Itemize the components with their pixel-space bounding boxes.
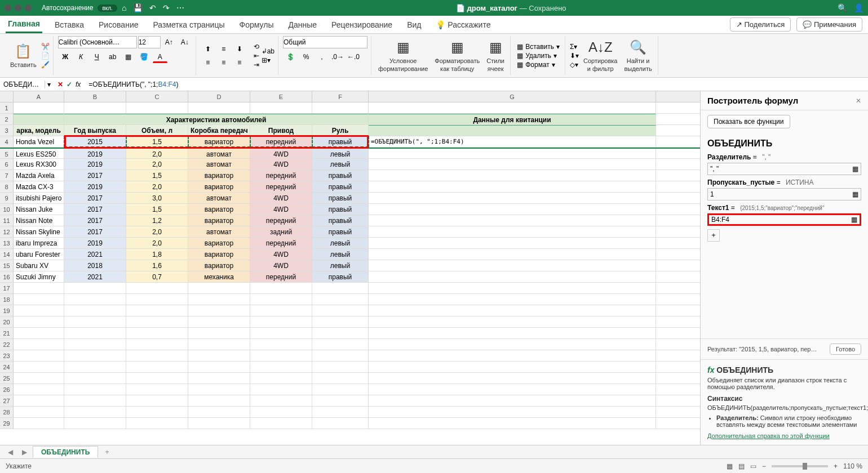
- cell[interactable]: 2017: [64, 193, 126, 203]
- align-left-icon[interactable]: ≡: [201, 56, 215, 69]
- cell[interactable]: 1,5: [126, 136, 188, 147]
- col-header-f[interactable]: F: [312, 91, 369, 102]
- cell[interactable]: 2,0: [126, 226, 188, 237]
- cell[interactable]: Mazda CX-3: [14, 181, 64, 192]
- cell[interactable]: левый: [312, 260, 369, 271]
- cell[interactable]: [250, 350, 312, 361]
- cell[interactable]: [126, 362, 188, 372]
- merge-button[interactable]: ⊞▾: [262, 56, 274, 64]
- redo-icon[interactable]: ↷: [163, 3, 170, 12]
- cell[interactable]: [188, 316, 250, 327]
- cell[interactable]: [369, 260, 656, 271]
- cell[interactable]: 2018: [64, 260, 126, 271]
- cell[interactable]: [14, 283, 64, 293]
- cell[interactable]: [369, 395, 656, 406]
- range-picker-icon[interactable]: ▦: [852, 165, 858, 173]
- range-picker-icon[interactable]: ▦: [852, 190, 858, 198]
- comma-icon[interactable]: ,: [315, 51, 329, 63]
- cell[interactable]: правый: [312, 193, 369, 203]
- row-header[interactable]: 18: [0, 294, 14, 305]
- cell[interactable]: 1,8: [126, 249, 188, 260]
- arg1-input[interactable]: ", "▦: [707, 163, 861, 175]
- row-header[interactable]: 29: [0, 418, 14, 429]
- cell[interactable]: вариатор: [188, 215, 250, 226]
- row-header[interactable]: 26: [0, 384, 14, 395]
- cell[interactable]: 2015: [64, 136, 126, 147]
- cell[interactable]: [369, 215, 656, 226]
- row-header[interactable]: 1: [0, 102, 14, 113]
- cell[interactable]: левый: [312, 149, 369, 158]
- italic-button[interactable]: К: [74, 51, 88, 63]
- cell[interactable]: левый: [312, 249, 369, 260]
- cell[interactable]: вариатор: [188, 170, 250, 181]
- cell[interactable]: [369, 350, 656, 361]
- maximize-dot[interactable]: [25, 5, 32, 11]
- view-normal-icon[interactable]: ▦: [727, 462, 733, 470]
- tab-review[interactable]: Рецензирование: [329, 17, 395, 33]
- help-link[interactable]: Дополнительная справка по этой функции: [707, 432, 861, 439]
- window-controls[interactable]: [5, 5, 32, 11]
- find-select-button[interactable]: 🔍Найти и выделить: [622, 37, 654, 73]
- sort-filter-button[interactable]: A↓ZСортировка и фильтр: [581, 37, 619, 73]
- col-header-b[interactable]: B: [64, 91, 126, 102]
- row-header[interactable]: 5: [0, 149, 14, 158]
- cell[interactable]: правый: [312, 204, 369, 215]
- cell[interactable]: автомат: [188, 149, 250, 158]
- cell[interactable]: [14, 102, 64, 113]
- cell[interactable]: [369, 102, 656, 113]
- cell[interactable]: левый: [312, 238, 369, 248]
- cell[interactable]: [14, 294, 64, 305]
- cell[interactable]: [312, 305, 369, 316]
- cell[interactable]: 4WD: [250, 159, 312, 169]
- cell[interactable]: [369, 193, 656, 203]
- bold-button[interactable]: Ж: [58, 51, 73, 63]
- show-all-functions-button[interactable]: Показать все функции: [707, 115, 790, 128]
- cell[interactable]: автомат: [188, 226, 250, 237]
- cell[interactable]: [188, 102, 250, 113]
- done-button[interactable]: Готово: [830, 343, 861, 355]
- row-header[interactable]: 20: [0, 316, 14, 327]
- cancel-formula-icon[interactable]: ✕: [57, 81, 63, 88]
- cell[interactable]: правый: [312, 170, 369, 181]
- cell[interactable]: [64, 362, 126, 372]
- cell[interactable]: 4WD: [250, 260, 312, 271]
- row-header[interactable]: 11: [0, 215, 14, 226]
- cell[interactable]: [14, 373, 64, 383]
- cell[interactable]: [369, 149, 656, 158]
- cell[interactable]: 2021: [64, 271, 126, 282]
- cell[interactable]: 2,0: [126, 238, 188, 248]
- cell[interactable]: [64, 407, 126, 417]
- cell[interactable]: [250, 305, 312, 316]
- cell[interactable]: [369, 339, 656, 350]
- cell[interactable]: правый: [312, 215, 369, 226]
- cell[interactable]: [369, 418, 656, 429]
- cell[interactable]: [369, 159, 656, 169]
- cell[interactable]: правый: [312, 181, 369, 192]
- cell[interactable]: [312, 294, 369, 305]
- cell[interactable]: [312, 362, 369, 372]
- cell[interactable]: [126, 339, 188, 350]
- cell[interactable]: [250, 316, 312, 327]
- cell[interactable]: вариатор: [188, 204, 250, 215]
- cell[interactable]: Suzuki Jimny: [14, 271, 64, 282]
- cell[interactable]: левый: [312, 159, 369, 169]
- row-header[interactable]: 27: [0, 395, 14, 406]
- add-argument-button[interactable]: +: [707, 229, 720, 242]
- cell[interactable]: [64, 339, 126, 350]
- view-break-icon[interactable]: ▭: [750, 462, 756, 470]
- autosum-icon[interactable]: Σ▾: [570, 43, 579, 51]
- cell[interactable]: [369, 170, 656, 181]
- cell[interactable]: [188, 384, 250, 395]
- cut-icon[interactable]: ✂️: [41, 43, 50, 51]
- cell[interactable]: 2021: [64, 249, 126, 260]
- delete-cells-button[interactable]: ▦ Удалить ▾: [515, 52, 561, 60]
- tab-draw[interactable]: Рисование: [96, 17, 141, 33]
- cell-styles-button[interactable]: ▦Стили ячеек: [484, 37, 507, 73]
- cell[interactable]: [188, 283, 250, 293]
- format-table-button[interactable]: ▦Форматировать как таблицу: [432, 37, 482, 73]
- cell[interactable]: [188, 407, 250, 417]
- cell[interactable]: 2019: [64, 238, 126, 248]
- cell[interactable]: [369, 328, 656, 338]
- more-icon[interactable]: ⋯: [176, 3, 184, 12]
- cell[interactable]: [369, 181, 656, 192]
